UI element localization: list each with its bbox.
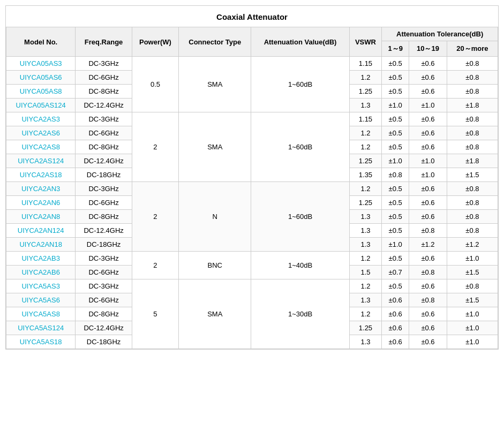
tolerance-cell: ±0.8 bbox=[447, 126, 498, 140]
model-link[interactable]: UIYCA2AS8 bbox=[21, 143, 60, 151]
model-link[interactable]: UIYCA2AS6 bbox=[21, 129, 60, 137]
model-link[interactable]: UIYCA5AS6 bbox=[21, 296, 60, 304]
tolerance-cell: ±0.5 bbox=[382, 210, 409, 224]
header-freq-range: Freq.Range bbox=[76, 27, 132, 57]
tolerance-cell: ±1.0 bbox=[447, 307, 498, 321]
freq-range-cell: DC-12.4GHz bbox=[76, 154, 132, 168]
tolerance-cell: ±0.8 bbox=[447, 112, 498, 126]
model-link[interactable]: UIYCA2AB3 bbox=[21, 254, 60, 262]
model-link[interactable]: UIYCA5AS124 bbox=[18, 324, 64, 332]
tolerance-cell: ±0.8 bbox=[447, 210, 498, 224]
freq-range-cell: DC-12.4GHz bbox=[76, 321, 132, 335]
table-row: UIYCA2AN3DC-3GHz2N1~60dB1.2±0.5±0.6±0.8 bbox=[6, 182, 498, 196]
tolerance-cell: ±0.5 bbox=[382, 112, 409, 126]
vswr-cell: 1.15 bbox=[349, 57, 382, 71]
model-link[interactable]: UIYCA2AN3 bbox=[21, 185, 60, 193]
model-link[interactable]: UIYCA2AN6 bbox=[21, 199, 60, 207]
model-link[interactable]: UIYCA2AS3 bbox=[21, 115, 60, 123]
tolerance-cell: ±1.5 bbox=[447, 293, 498, 307]
model-link[interactable]: UIYCA2AN124 bbox=[18, 226, 64, 234]
header-range-1-9: 1～9 bbox=[382, 41, 409, 57]
freq-range-cell: DC-18GHz bbox=[76, 238, 132, 252]
header-model-no: Model No. bbox=[6, 27, 76, 57]
tolerance-cell: ±0.6 bbox=[409, 210, 447, 224]
main-container: Coaxial Attenuator Model No. Freq.Range … bbox=[5, 5, 499, 350]
tolerance-cell: ±0.8 bbox=[447, 224, 498, 238]
tolerance-cell: ±0.8 bbox=[447, 196, 498, 210]
tolerance-cell: ±1.0 bbox=[447, 252, 498, 266]
model-link[interactable]: UIYCA5AS18 bbox=[20, 338, 62, 346]
vswr-cell: 1.25 bbox=[349, 321, 382, 335]
tolerance-cell: ±0.8 bbox=[409, 293, 447, 307]
model-link[interactable]: UIYCA2AB6 bbox=[21, 268, 60, 276]
freq-range-cell: DC-8GHz bbox=[76, 140, 132, 154]
table-row: UIYCA05AS3DC-3GHz0.5SMA1~60dB1.15±0.5±0.… bbox=[6, 57, 498, 71]
tolerance-cell: ±0.8 bbox=[409, 266, 447, 279]
vswr-cell: 1.3 bbox=[349, 238, 382, 252]
model-link[interactable]: UIYCA05AS3 bbox=[20, 59, 62, 67]
freq-range-cell: DC-6GHz bbox=[76, 71, 132, 85]
attenuation-value-cell: 1~40dB bbox=[251, 252, 349, 279]
vswr-cell: 1.2 bbox=[349, 182, 382, 196]
tolerance-cell: ±0.8 bbox=[447, 140, 498, 154]
freq-range-cell: DC-3GHz bbox=[76, 57, 132, 71]
vswr-cell: 1.2 bbox=[349, 71, 382, 85]
tolerance-cell: ±0.6 bbox=[409, 126, 447, 140]
model-link[interactable]: UIYCA2AS18 bbox=[20, 171, 62, 179]
connector-cell: SMA bbox=[179, 57, 251, 112]
tolerance-cell: ±0.5 bbox=[382, 224, 409, 238]
model-link[interactable]: UIYCA5AS8 bbox=[21, 310, 60, 318]
tolerance-cell: ±1.0 bbox=[409, 168, 447, 182]
freq-range-cell: DC-6GHz bbox=[76, 126, 132, 140]
vswr-cell: 1.25 bbox=[349, 85, 382, 99]
tolerance-cell: ±0.6 bbox=[409, 112, 447, 126]
tolerance-cell: ±0.5 bbox=[382, 126, 409, 140]
model-link[interactable]: UIYCA2AN8 bbox=[21, 213, 60, 221]
connector-cell: SMA bbox=[179, 279, 251, 349]
freq-range-cell: DC-8GHz bbox=[76, 307, 132, 321]
attenuation-value-cell: 1~60dB bbox=[251, 57, 349, 112]
attenuation-value-cell: 1~60dB bbox=[251, 112, 349, 182]
header-attenuation-tolerance: Attenuation Tolerance(dB) bbox=[382, 27, 498, 41]
power-cell: 2 bbox=[132, 252, 178, 279]
model-link[interactable]: UIYCA5AS3 bbox=[21, 282, 60, 290]
tolerance-cell: ±1.0 bbox=[382, 238, 409, 252]
header-range-20-more: 20～more bbox=[447, 41, 498, 57]
table-row: UIYCA2AB3DC-3GHz2BNC1~40dB1.2±0.5±0.6±1.… bbox=[6, 252, 498, 266]
table-row: UIYCA5AS3DC-3GHz5SMA1~30dB1.2±0.5±0.6±0.… bbox=[6, 279, 498, 293]
data-table: Model No. Freq.Range Power(W) Connector … bbox=[6, 27, 498, 349]
model-link[interactable]: UIYCA05AS6 bbox=[20, 73, 62, 81]
tolerance-cell: ±0.6 bbox=[409, 57, 447, 71]
tolerance-cell: ±1.8 bbox=[447, 99, 498, 112]
header-attenuation-value: Attenuation Value(dB) bbox=[251, 27, 349, 57]
tolerance-cell: ±0.8 bbox=[447, 85, 498, 99]
model-link[interactable]: UIYCA2AN18 bbox=[19, 240, 62, 248]
tolerance-cell: ±1.0 bbox=[447, 335, 498, 349]
tolerance-cell: ±1.2 bbox=[447, 238, 498, 252]
power-cell: 5 bbox=[132, 279, 178, 349]
tolerance-cell: ±0.8 bbox=[447, 57, 498, 71]
vswr-cell: 1.3 bbox=[349, 210, 382, 224]
freq-range-cell: DC-18GHz bbox=[76, 335, 132, 349]
table-row: UIYCA2AS3DC-3GHz2SMA1~60dB1.15±0.5±0.6±0… bbox=[6, 112, 498, 126]
tolerance-cell: ±0.5 bbox=[382, 279, 409, 293]
freq-range-cell: DC-12.4GHz bbox=[76, 224, 132, 238]
table-body: UIYCA05AS3DC-3GHz0.5SMA1~60dB1.15±0.5±0.… bbox=[6, 57, 498, 349]
tolerance-cell: ±0.6 bbox=[409, 335, 447, 349]
vswr-cell: 1.25 bbox=[349, 154, 382, 168]
tolerance-cell: ±0.5 bbox=[382, 140, 409, 154]
vswr-cell: 1.3 bbox=[349, 224, 382, 238]
model-link[interactable]: UIYCA05AS124 bbox=[16, 101, 66, 109]
vswr-cell: 1.2 bbox=[349, 126, 382, 140]
table-title: Coaxial Attenuator bbox=[6, 6, 498, 27]
header-row-1: Model No. Freq.Range Power(W) Connector … bbox=[6, 27, 498, 41]
freq-range-cell: DC-6GHz bbox=[76, 266, 132, 279]
model-link[interactable]: UIYCA2AS124 bbox=[18, 157, 64, 165]
vswr-cell: 1.35 bbox=[349, 168, 382, 182]
freq-range-cell: DC-3GHz bbox=[76, 112, 132, 126]
tolerance-cell: ±0.8 bbox=[447, 279, 498, 293]
tolerance-cell: ±0.6 bbox=[409, 182, 447, 196]
tolerance-cell: ±1.8 bbox=[447, 154, 498, 168]
model-link[interactable]: UIYCA05AS8 bbox=[20, 87, 62, 95]
tolerance-cell: ±0.6 bbox=[382, 307, 409, 321]
